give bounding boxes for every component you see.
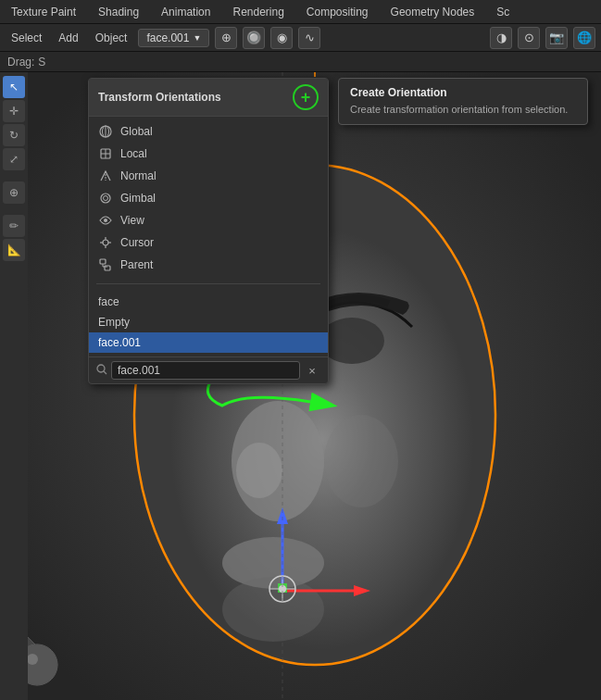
custom-orientations-list: face Empty face.001 [89, 288, 328, 356]
svg-point-4 [236, 443, 282, 498]
clear-search-button[interactable]: × [304, 362, 320, 379]
transform-panel-container: Transform Orientations + Global Local [88, 78, 329, 384]
search-icon [96, 364, 107, 377]
custom-face-label: face [98, 295, 119, 308]
tool-measure[interactable]: 📐 [3, 239, 25, 261]
create-orientation-button[interactable]: + [293, 84, 319, 110]
tool-annotate[interactable]: ✏ [3, 215, 25, 237]
custom-empty[interactable]: Empty [89, 312, 328, 332]
tool-transform[interactable]: ⊕ [3, 181, 25, 204]
drag-label: Drag: [7, 56, 34, 69]
orient-cursor-label: Cursor [120, 236, 154, 249]
parent-icon [98, 257, 113, 272]
search-row: × [89, 356, 328, 383]
menu-animation[interactable]: Animation [157, 4, 214, 20]
tool-select[interactable]: ↖ [3, 76, 25, 98]
menu-geometry-nodes[interactable]: Geometry Nodes [387, 4, 479, 20]
menu-sc[interactable]: Sc [493, 4, 513, 20]
drag-bar: Drag: S [0, 52, 601, 72]
tooltip-description: Create transformation orientation from s… [350, 103, 576, 117]
custom-empty-label: Empty [98, 316, 130, 329]
tool-scale[interactable]: ⤢ [3, 148, 25, 170]
menu-rendering[interactable]: Rendering [229, 4, 287, 20]
top-menubar: Texture Paint Shading Animation Renderin… [0, 0, 601, 24]
transform-icon[interactable]: ⊕ [215, 27, 237, 49]
tooltip-title: Create Orientation [350, 86, 576, 99]
normal-icon [98, 169, 113, 183]
svg-point-32 [104, 196, 108, 201]
custom-face[interactable]: face [89, 292, 328, 312]
overlay-icon[interactable]: ⊙ [518, 27, 540, 49]
panel-title-text: Transform Orientations [98, 91, 221, 104]
select-button[interactable]: Select [6, 30, 47, 46]
svg-point-7 [222, 577, 324, 642]
svg-point-5 [319, 318, 384, 364]
prop-edit-icon[interactable]: ◉ [270, 27, 293, 49]
add-button[interactable]: Add [53, 30, 83, 46]
svg-point-33 [104, 219, 107, 222]
camera-icon[interactable]: 📷 [545, 27, 568, 49]
panel-divider [96, 283, 320, 284]
left-sidebar: ↖ ✛ ↻ ⤢ ⊕ ✏ 📐 [0, 72, 28, 700]
header-toolbar: Select Add Object face.001 ▼ ⊕ 🔘 ◉ ∿ ◑ ⊙… [0, 24, 601, 52]
menu-shading[interactable]: Shading [94, 4, 143, 20]
local-icon [98, 146, 113, 161]
wave-icon[interactable]: ∿ [298, 27, 320, 49]
orient-cursor[interactable]: Cursor [89, 231, 328, 254]
custom-face001-label: face.001 [98, 336, 141, 349]
svg-point-22 [27, 654, 38, 665]
menu-compositing[interactable]: Compositing [303, 4, 372, 20]
custom-face001[interactable]: face.001 [89, 332, 328, 353]
svg-line-44 [104, 371, 106, 374]
chevron-down-icon: ▼ [193, 33, 201, 43]
world-icon[interactable]: 🌐 [573, 27, 595, 49]
orient-gimbal-label: Gimbal [120, 192, 156, 205]
svg-point-43 [97, 365, 105, 372]
orient-normal[interactable]: Normal [89, 165, 328, 187]
orient-gimbal[interactable]: Gimbal [89, 187, 328, 209]
face-dropdown-label: face.001 [146, 31, 189, 44]
panel-title-row: Transform Orientations + [89, 79, 328, 117]
orient-normal-label: Normal [120, 169, 157, 182]
orient-global-label: Global [120, 125, 153, 138]
svg-point-34 [103, 240, 108, 245]
orient-local[interactable]: Local [89, 143, 328, 165]
object-button[interactable]: Object [90, 30, 133, 46]
tool-rotate[interactable]: ↻ [3, 124, 25, 146]
transform-orientations-panel: Transform Orientations + Global Local [88, 78, 329, 384]
view-icon [98, 213, 113, 228]
orient-view-label: View [120, 214, 144, 227]
viewport-shading-icon[interactable]: ◑ [490, 27, 512, 49]
search-input[interactable] [111, 361, 300, 380]
orient-parent[interactable]: Parent [89, 254, 328, 276]
snap-icon[interactable]: 🔘 [243, 27, 265, 49]
cursor-icon [98, 235, 113, 250]
face-dropdown[interactable]: face.001 ▼ [138, 29, 209, 47]
orient-global[interactable]: Global [89, 120, 328, 143]
svg-point-31 [101, 194, 110, 203]
tool-move[interactable]: ✛ [3, 100, 25, 122]
svg-point-6 [324, 415, 398, 507]
svg-rect-39 [100, 259, 106, 264]
orient-parent-label: Parent [120, 258, 153, 271]
orient-local-label: Local [120, 147, 147, 160]
orient-view[interactable]: View [89, 209, 328, 231]
orientation-list: Global Local Normal [89, 117, 328, 280]
menu-texture-paint[interactable]: Texture Paint [7, 4, 80, 20]
tooltip-box: Create Orientation Create transformation… [338, 78, 588, 125]
drag-key: S [38, 56, 45, 69]
viewport[interactable]: ↖ ✛ ↻ ⤢ ⊕ ✏ 📐 Transform Orientations + G… [0, 72, 601, 700]
gimbal-icon [98, 191, 113, 206]
global-icon [98, 124, 113, 139]
